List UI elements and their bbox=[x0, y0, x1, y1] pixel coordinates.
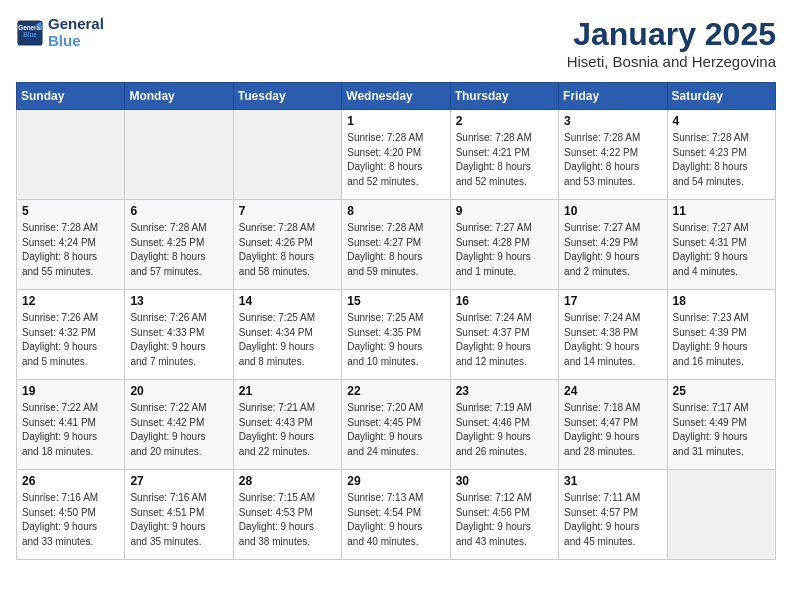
day-detail: Sunrise: 7:28 AM Sunset: 4:27 PM Dayligh… bbox=[347, 221, 444, 279]
day-number: 18 bbox=[673, 294, 770, 308]
day-number: 3 bbox=[564, 114, 661, 128]
calendar-cell: 16Sunrise: 7:24 AM Sunset: 4:37 PM Dayli… bbox=[450, 290, 558, 380]
week-row-4: 19Sunrise: 7:22 AM Sunset: 4:41 PM Dayli… bbox=[17, 380, 776, 470]
day-detail: Sunrise: 7:24 AM Sunset: 4:37 PM Dayligh… bbox=[456, 311, 553, 369]
day-number: 20 bbox=[130, 384, 227, 398]
calendar-body: 1Sunrise: 7:28 AM Sunset: 4:20 PM Daylig… bbox=[17, 110, 776, 560]
day-detail: Sunrise: 7:15 AM Sunset: 4:53 PM Dayligh… bbox=[239, 491, 336, 549]
day-detail: Sunrise: 7:16 AM Sunset: 4:50 PM Dayligh… bbox=[22, 491, 119, 549]
day-detail: Sunrise: 7:28 AM Sunset: 4:20 PM Dayligh… bbox=[347, 131, 444, 189]
day-number: 28 bbox=[239, 474, 336, 488]
calendar-cell: 9Sunrise: 7:27 AM Sunset: 4:28 PM Daylig… bbox=[450, 200, 558, 290]
day-number: 24 bbox=[564, 384, 661, 398]
calendar-cell: 6Sunrise: 7:28 AM Sunset: 4:25 PM Daylig… bbox=[125, 200, 233, 290]
day-detail: Sunrise: 7:21 AM Sunset: 4:43 PM Dayligh… bbox=[239, 401, 336, 459]
calendar-cell: 25Sunrise: 7:17 AM Sunset: 4:49 PM Dayli… bbox=[667, 380, 775, 470]
calendar-cell: 20Sunrise: 7:22 AM Sunset: 4:42 PM Dayli… bbox=[125, 380, 233, 470]
day-number: 13 bbox=[130, 294, 227, 308]
day-detail: Sunrise: 7:22 AM Sunset: 4:41 PM Dayligh… bbox=[22, 401, 119, 459]
day-number: 9 bbox=[456, 204, 553, 218]
calendar-cell: 1Sunrise: 7:28 AM Sunset: 4:20 PM Daylig… bbox=[342, 110, 450, 200]
day-detail: Sunrise: 7:13 AM Sunset: 4:54 PM Dayligh… bbox=[347, 491, 444, 549]
week-row-5: 26Sunrise: 7:16 AM Sunset: 4:50 PM Dayli… bbox=[17, 470, 776, 560]
day-number: 7 bbox=[239, 204, 336, 218]
logo-text: General Blue bbox=[48, 16, 104, 49]
day-number: 8 bbox=[347, 204, 444, 218]
header: General Blue General Blue January 2025 H… bbox=[16, 16, 776, 70]
calendar-cell bbox=[233, 110, 341, 200]
calendar-cell: 18Sunrise: 7:23 AM Sunset: 4:39 PM Dayli… bbox=[667, 290, 775, 380]
day-detail: Sunrise: 7:28 AM Sunset: 4:26 PM Dayligh… bbox=[239, 221, 336, 279]
day-number: 15 bbox=[347, 294, 444, 308]
day-number: 6 bbox=[130, 204, 227, 218]
day-number: 2 bbox=[456, 114, 553, 128]
logo-icon: General Blue bbox=[16, 19, 44, 47]
header-cell-saturday: Saturday bbox=[667, 83, 775, 110]
day-detail: Sunrise: 7:28 AM Sunset: 4:21 PM Dayligh… bbox=[456, 131, 553, 189]
calendar-cell: 10Sunrise: 7:27 AM Sunset: 4:29 PM Dayli… bbox=[559, 200, 667, 290]
header-cell-tuesday: Tuesday bbox=[233, 83, 341, 110]
calendar-cell: 7Sunrise: 7:28 AM Sunset: 4:26 PM Daylig… bbox=[233, 200, 341, 290]
calendar-cell: 5Sunrise: 7:28 AM Sunset: 4:24 PM Daylig… bbox=[17, 200, 125, 290]
calendar-cell bbox=[17, 110, 125, 200]
calendar-cell: 12Sunrise: 7:26 AM Sunset: 4:32 PM Dayli… bbox=[17, 290, 125, 380]
week-row-1: 1Sunrise: 7:28 AM Sunset: 4:20 PM Daylig… bbox=[17, 110, 776, 200]
day-number: 21 bbox=[239, 384, 336, 398]
day-detail: Sunrise: 7:18 AM Sunset: 4:47 PM Dayligh… bbox=[564, 401, 661, 459]
calendar-cell bbox=[667, 470, 775, 560]
calendar-table: SundayMondayTuesdayWednesdayThursdayFrid… bbox=[16, 82, 776, 560]
calendar-cell: 22Sunrise: 7:20 AM Sunset: 4:45 PM Dayli… bbox=[342, 380, 450, 470]
day-detail: Sunrise: 7:27 AM Sunset: 4:31 PM Dayligh… bbox=[673, 221, 770, 279]
day-detail: Sunrise: 7:20 AM Sunset: 4:45 PM Dayligh… bbox=[347, 401, 444, 459]
day-detail: Sunrise: 7:24 AM Sunset: 4:38 PM Dayligh… bbox=[564, 311, 661, 369]
calendar-subtitle: Hiseti, Bosnia and Herzegovina bbox=[567, 53, 776, 70]
day-number: 16 bbox=[456, 294, 553, 308]
calendar-cell: 21Sunrise: 7:21 AM Sunset: 4:43 PM Dayli… bbox=[233, 380, 341, 470]
svg-text:Blue: Blue bbox=[23, 31, 37, 38]
day-number: 22 bbox=[347, 384, 444, 398]
day-detail: Sunrise: 7:23 AM Sunset: 4:39 PM Dayligh… bbox=[673, 311, 770, 369]
week-row-3: 12Sunrise: 7:26 AM Sunset: 4:32 PM Dayli… bbox=[17, 290, 776, 380]
calendar-cell: 11Sunrise: 7:27 AM Sunset: 4:31 PM Dayli… bbox=[667, 200, 775, 290]
calendar-cell: 30Sunrise: 7:12 AM Sunset: 4:56 PM Dayli… bbox=[450, 470, 558, 560]
day-number: 29 bbox=[347, 474, 444, 488]
calendar-cell: 8Sunrise: 7:28 AM Sunset: 4:27 PM Daylig… bbox=[342, 200, 450, 290]
day-detail: Sunrise: 7:16 AM Sunset: 4:51 PM Dayligh… bbox=[130, 491, 227, 549]
header-cell-wednesday: Wednesday bbox=[342, 83, 450, 110]
calendar-cell: 2Sunrise: 7:28 AM Sunset: 4:21 PM Daylig… bbox=[450, 110, 558, 200]
calendar-cell: 23Sunrise: 7:19 AM Sunset: 4:46 PM Dayli… bbox=[450, 380, 558, 470]
header-cell-thursday: Thursday bbox=[450, 83, 558, 110]
day-detail: Sunrise: 7:25 AM Sunset: 4:35 PM Dayligh… bbox=[347, 311, 444, 369]
day-number: 27 bbox=[130, 474, 227, 488]
day-number: 19 bbox=[22, 384, 119, 398]
logo: General Blue General Blue bbox=[16, 16, 104, 49]
header-row: SundayMondayTuesdayWednesdayThursdayFrid… bbox=[17, 83, 776, 110]
calendar-title: January 2025 bbox=[567, 16, 776, 53]
calendar-cell: 17Sunrise: 7:24 AM Sunset: 4:38 PM Dayli… bbox=[559, 290, 667, 380]
day-number: 4 bbox=[673, 114, 770, 128]
calendar-header: SundayMondayTuesdayWednesdayThursdayFrid… bbox=[17, 83, 776, 110]
day-detail: Sunrise: 7:28 AM Sunset: 4:24 PM Dayligh… bbox=[22, 221, 119, 279]
calendar-cell: 3Sunrise: 7:28 AM Sunset: 4:22 PM Daylig… bbox=[559, 110, 667, 200]
week-row-2: 5Sunrise: 7:28 AM Sunset: 4:24 PM Daylig… bbox=[17, 200, 776, 290]
day-number: 25 bbox=[673, 384, 770, 398]
day-number: 11 bbox=[673, 204, 770, 218]
day-detail: Sunrise: 7:12 AM Sunset: 4:56 PM Dayligh… bbox=[456, 491, 553, 549]
day-detail: Sunrise: 7:25 AM Sunset: 4:34 PM Dayligh… bbox=[239, 311, 336, 369]
day-detail: Sunrise: 7:27 AM Sunset: 4:28 PM Dayligh… bbox=[456, 221, 553, 279]
calendar-cell: 19Sunrise: 7:22 AM Sunset: 4:41 PM Dayli… bbox=[17, 380, 125, 470]
day-number: 5 bbox=[22, 204, 119, 218]
day-number: 23 bbox=[456, 384, 553, 398]
day-detail: Sunrise: 7:28 AM Sunset: 4:25 PM Dayligh… bbox=[130, 221, 227, 279]
day-number: 12 bbox=[22, 294, 119, 308]
calendar-cell: 13Sunrise: 7:26 AM Sunset: 4:33 PM Dayli… bbox=[125, 290, 233, 380]
day-detail: Sunrise: 7:19 AM Sunset: 4:46 PM Dayligh… bbox=[456, 401, 553, 459]
day-number: 17 bbox=[564, 294, 661, 308]
day-detail: Sunrise: 7:27 AM Sunset: 4:29 PM Dayligh… bbox=[564, 221, 661, 279]
header-cell-friday: Friday bbox=[559, 83, 667, 110]
calendar-cell: 31Sunrise: 7:11 AM Sunset: 4:57 PM Dayli… bbox=[559, 470, 667, 560]
title-area: January 2025 Hiseti, Bosnia and Herzegov… bbox=[567, 16, 776, 70]
day-detail: Sunrise: 7:28 AM Sunset: 4:23 PM Dayligh… bbox=[673, 131, 770, 189]
day-number: 30 bbox=[456, 474, 553, 488]
calendar-cell bbox=[125, 110, 233, 200]
